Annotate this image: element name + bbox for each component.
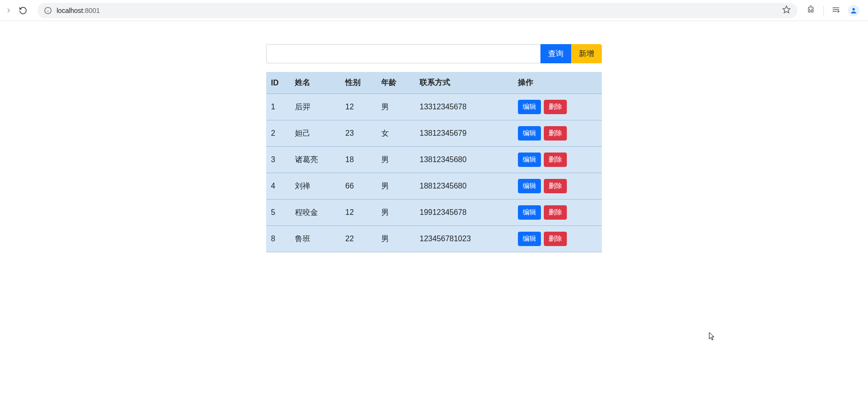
- col-contact: 联系方式: [415, 72, 513, 94]
- cell-actions: 编辑删除: [513, 200, 602, 226]
- svg-point-4: [852, 8, 855, 10]
- cell-contact: 13812345679: [415, 120, 513, 147]
- cell-age: 男: [376, 94, 415, 120]
- divider: [823, 6, 824, 15]
- media-control-icon[interactable]: [832, 5, 840, 16]
- cell-contact: 13812345680: [415, 147, 513, 173]
- data-table: ID 姓名 性别 年龄 联系方式 操作 1后羿12男13312345678编辑删…: [266, 72, 602, 252]
- cell-name: 刘禅: [290, 173, 340, 200]
- cell-id: 5: [266, 200, 290, 226]
- cell-contact: 13312345678: [415, 94, 513, 120]
- delete-button[interactable]: 删除: [544, 100, 567, 114]
- query-button[interactable]: 查询: [540, 44, 571, 63]
- cell-id: 8: [266, 226, 290, 252]
- cell-age: 男: [376, 147, 415, 173]
- delete-button[interactable]: 删除: [544, 126, 567, 141]
- cell-id: 2: [266, 120, 290, 147]
- delete-button[interactable]: 删除: [544, 153, 567, 167]
- edit-button[interactable]: 编辑: [518, 232, 541, 246]
- search-bar: 查询 新增: [266, 44, 602, 63]
- cell-name: 鲁班: [290, 226, 340, 252]
- cell-age: 男: [376, 200, 415, 226]
- col-actions: 操作: [513, 72, 602, 94]
- table-row: 5程咬金12男19912345678编辑删除: [266, 200, 602, 226]
- cell-gender: 12: [340, 200, 376, 226]
- col-name: 姓名: [290, 72, 340, 94]
- cell-id: 4: [266, 173, 290, 200]
- cell-actions: 编辑删除: [513, 226, 602, 252]
- forward-button[interactable]: [4, 6, 13, 15]
- url-path: :8001: [83, 7, 100, 14]
- container: 查询 新增 ID 姓名 性别 年龄 联系方式 操作 1后羿12男13312345…: [266, 44, 602, 252]
- table-row: 2妲己23女13812345679编辑删除: [266, 120, 602, 147]
- cell-gender: 23: [340, 120, 376, 147]
- cell-actions: 编辑删除: [513, 173, 602, 200]
- cell-gender: 66: [340, 173, 376, 200]
- cell-actions: 编辑删除: [513, 94, 602, 120]
- delete-button[interactable]: 删除: [544, 232, 567, 246]
- cell-actions: 编辑删除: [513, 120, 602, 147]
- cell-age: 男: [376, 226, 415, 252]
- cell-contact: 123456781023: [415, 226, 513, 252]
- add-button[interactable]: 新增: [571, 44, 602, 63]
- cell-gender: 12: [340, 94, 376, 120]
- edit-button[interactable]: 编辑: [518, 179, 541, 193]
- delete-button[interactable]: 删除: [544, 205, 567, 220]
- cell-name: 后羿: [290, 94, 340, 120]
- cell-contact: 19912345678: [415, 200, 513, 226]
- browser-toolbar: localhost:8001: [0, 0, 868, 21]
- cell-actions: 编辑删除: [513, 147, 602, 173]
- cell-name: 诸葛亮: [290, 147, 340, 173]
- address-bar[interactable]: localhost:8001: [37, 3, 798, 18]
- cell-name: 妲己: [290, 120, 340, 147]
- table-row: 8鲁班22男123456781023编辑删除: [266, 226, 602, 252]
- edit-button[interactable]: 编辑: [518, 100, 541, 114]
- url-text: localhost:8001: [57, 7, 100, 14]
- cell-age: 男: [376, 173, 415, 200]
- cell-name: 程咬金: [290, 200, 340, 226]
- table-row: 4刘禅66男18812345680编辑删除: [266, 173, 602, 200]
- cell-gender: 22: [340, 226, 376, 252]
- edit-button[interactable]: 编辑: [518, 205, 541, 220]
- delete-button[interactable]: 删除: [544, 179, 567, 193]
- table-row: 1后羿12男13312345678编辑删除: [266, 94, 602, 120]
- site-info-icon[interactable]: [44, 7, 52, 14]
- reload-button[interactable]: [18, 6, 28, 15]
- edit-button[interactable]: 编辑: [518, 153, 541, 167]
- edit-button[interactable]: 编辑: [518, 126, 541, 141]
- url-host: localhost: [57, 7, 83, 14]
- search-input[interactable]: [266, 44, 540, 63]
- bookmark-icon[interactable]: [782, 5, 791, 16]
- page-content: 查询 新增 ID 姓名 性别 年龄 联系方式 操作 1后羿12男13312345…: [0, 21, 868, 275]
- cell-id: 3: [266, 147, 290, 173]
- table-row: 3诸葛亮18男13812345680编辑删除: [266, 147, 602, 173]
- profile-avatar[interactable]: [848, 5, 859, 16]
- cell-gender: 18: [340, 147, 376, 173]
- cell-id: 1: [266, 94, 290, 120]
- cell-contact: 18812345680: [415, 173, 513, 200]
- cell-age: 女: [376, 120, 415, 147]
- col-id: ID: [266, 72, 290, 94]
- svg-marker-3: [783, 6, 790, 12]
- col-gender: 性别: [340, 72, 376, 94]
- extensions-icon[interactable]: [807, 5, 816, 16]
- col-age: 年龄: [376, 72, 415, 94]
- table-header-row: ID 姓名 性别 年龄 联系方式 操作: [266, 72, 602, 94]
- chrome-actions: [807, 5, 864, 16]
